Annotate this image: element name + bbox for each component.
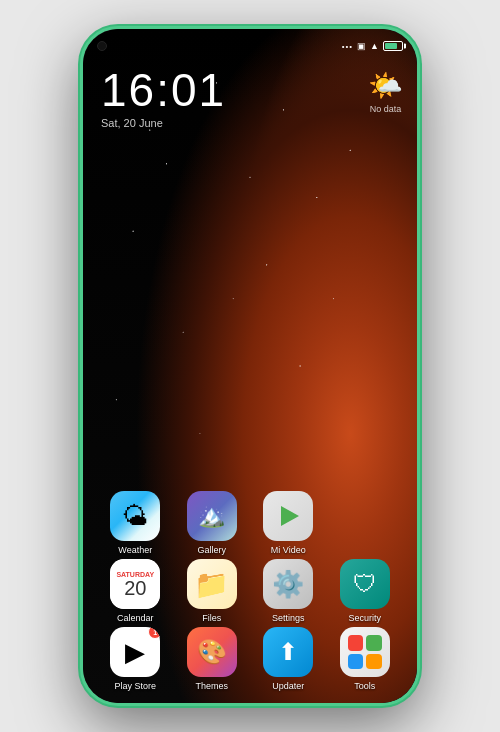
calendar-app-label: Calendar [117, 613, 154, 623]
wifi-icon: ▲ [370, 41, 379, 51]
playstore-app-label: Play Store [114, 681, 156, 691]
tools-app-icon [340, 627, 390, 677]
app-settings[interactable]: ⚙️ Settings [256, 559, 320, 623]
battery-icon [383, 41, 403, 51]
calendar-icon-inner: Saturday 20 [110, 559, 160, 609]
gallery-app-icon: 🏔️ [187, 491, 237, 541]
tools-cell-2 [366, 635, 382, 651]
files-icon-symbol: 📁 [194, 568, 229, 601]
clock-date: Sat, 20 June [101, 117, 226, 129]
calendar-app-icon: Saturday 20 [110, 559, 160, 609]
playstore-badge: 1 [148, 627, 160, 639]
app-updater[interactable]: ⬆ Updater [256, 627, 320, 691]
updater-arrow-icon: ⬆ [278, 638, 298, 666]
signal-icon: ••• [342, 42, 353, 51]
clock-time: 16:01 [101, 67, 226, 113]
mivideo-app-icon [263, 491, 313, 541]
app-playstore[interactable]: 1 ▶ Play Store [103, 627, 167, 691]
settings-gear-icon: ⚙️ [272, 569, 304, 600]
app-row-2: Saturday 20 Calendar 📁 Files [97, 559, 403, 623]
app-security[interactable]: 🛡 Security [333, 559, 397, 623]
phone-container: ••• ▣ ▲ 16:01 Sat, 20 June 🌤️ No data [80, 26, 420, 706]
battery-fill [385, 43, 397, 49]
app-grid: 🌤 Weather 🏔️ Gallery Mi [83, 491, 417, 695]
security-app-icon: 🛡 [340, 559, 390, 609]
app-weather[interactable]: 🌤 Weather [103, 491, 167, 555]
gallery-icon-symbol: 🏔️ [198, 503, 225, 529]
mivideo-play-icon [281, 506, 299, 526]
status-bar: ••• ▣ ▲ [83, 29, 417, 57]
settings-app-icon: ⚙️ [263, 559, 313, 609]
screen: ••• ▣ ▲ 16:01 Sat, 20 June 🌤️ No data [83, 29, 417, 703]
security-shield-icon: 🛡 [353, 570, 377, 598]
tools-cell-4 [366, 654, 382, 670]
app-mivideo[interactable]: Mi Video [256, 491, 320, 555]
updater-app-label: Updater [272, 681, 304, 691]
tools-app-label: Tools [354, 681, 375, 691]
app-gallery[interactable]: 🏔️ Gallery [180, 491, 244, 555]
playstore-icon-symbol: ▶ [125, 637, 145, 668]
files-app-label: Files [202, 613, 221, 623]
app-files[interactable]: 📁 Files [180, 559, 244, 623]
mivideo-app-label: Mi Video [271, 545, 306, 555]
files-app-icon: 📁 [187, 559, 237, 609]
weather-widget: 🌤️ No data [368, 69, 403, 114]
camera-notch [97, 41, 107, 51]
playstore-app-icon: 1 ▶ [110, 627, 160, 677]
updater-app-icon: ⬆ [263, 627, 313, 677]
settings-app-label: Settings [272, 613, 305, 623]
app-themes[interactable]: 🎨 Themes [180, 627, 244, 691]
sim-icon: ▣ [357, 41, 366, 51]
calendar-day-number: 20 [124, 578, 146, 598]
security-app-label: Security [348, 613, 381, 623]
weather-app-icon: 🌤 [110, 491, 160, 541]
gallery-app-label: Gallery [197, 545, 226, 555]
weather-app-label: Weather [118, 545, 152, 555]
tools-cell-3 [348, 654, 364, 670]
tools-icon-grid [340, 627, 390, 677]
themes-app-label: Themes [195, 681, 228, 691]
themes-icon-symbol: 🎨 [197, 638, 227, 666]
weather-no-data: No data [370, 104, 402, 114]
weather-cloud-icon: 🌤 [122, 501, 148, 532]
app-row-3: 1 ▶ Play Store 🎨 Themes ⬆ [97, 627, 403, 691]
themes-app-icon: 🎨 [187, 627, 237, 677]
weather-icon: 🌤️ [368, 69, 403, 102]
status-icons: ••• ▣ ▲ [342, 41, 403, 51]
phone-frame: ••• ▣ ▲ 16:01 Sat, 20 June 🌤️ No data [80, 26, 420, 706]
app-calendar[interactable]: Saturday 20 Calendar [103, 559, 167, 623]
clock-area: 16:01 Sat, 20 June [101, 67, 226, 129]
tools-cell-1 [348, 635, 364, 651]
app-tools[interactable]: Tools [333, 627, 397, 691]
app-row-1: 🌤 Weather 🏔️ Gallery Mi [97, 491, 403, 555]
